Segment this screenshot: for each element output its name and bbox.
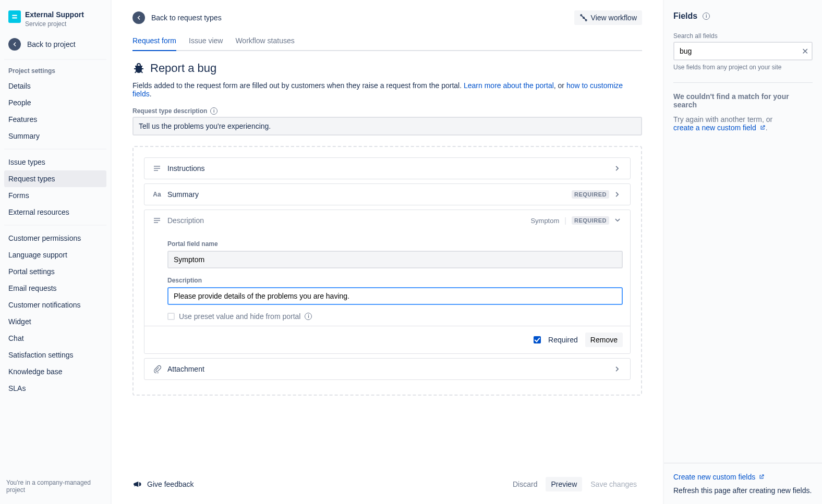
attachment-title: Attachment (167, 365, 609, 373)
sidebar-item-portal-settings[interactable]: Portal settings (4, 263, 106, 280)
back-arrow-icon (132, 11, 145, 24)
create-custom-field-link[interactable]: create a new custom field (673, 124, 766, 132)
sidebar-item-customer-notifications[interactable]: Customer notifications (4, 297, 106, 313)
field-card-attachment[interactable]: Attachment (144, 358, 631, 380)
description-input[interactable] (167, 287, 623, 305)
tab-issue-view[interactable]: Issue view (189, 36, 223, 51)
chevron-right-icon (612, 364, 623, 374)
sidebar-item-details[interactable]: Details (4, 78, 106, 94)
svg-rect-6 (154, 220, 160, 220)
field-card-summary[interactable]: Aa Summary REQUIRED (144, 183, 631, 205)
sidebar-item-issue-types[interactable]: Issue types (4, 154, 106, 170)
main-content: Back to request types View workflow Requ… (112, 0, 663, 504)
help-text-prefix: Fields added to the request form are fil… (132, 81, 464, 90)
info-icon[interactable]: i (305, 313, 312, 320)
external-link-icon (759, 125, 766, 131)
try-again-text: Try again with another term, or create a… (673, 115, 813, 132)
preview-button[interactable]: Preview (546, 477, 582, 491)
required-badge: REQUIRED (572, 216, 609, 225)
sidebar-item-customer-permissions[interactable]: Customer permissions (4, 230, 106, 247)
help-text-mid: , or (554, 81, 566, 90)
save-changes-button[interactable]: Save changes (585, 477, 642, 491)
create-new-custom-fields-link[interactable]: Create new custom fields (673, 473, 765, 481)
tab-workflow-statuses[interactable]: Workflow statuses (235, 36, 294, 51)
no-match-message: We couldn't find a match for your search (673, 92, 813, 109)
request-type-desc-label: Request type description i (132, 107, 642, 115)
summary-title: Summary (167, 190, 572, 199)
sidebar-item-knowledge-base[interactable]: Knowledge base (4, 363, 106, 380)
sidebar-item-forms[interactable]: Forms (4, 187, 106, 204)
sidebar-item-people[interactable]: People (4, 94, 106, 111)
search-fields-label: Search all fields (673, 32, 813, 40)
discard-button[interactable]: Discard (507, 477, 542, 491)
sidebar-footer-note: You're in a company-managed project (0, 476, 111, 504)
symptom-meta: Symptom (530, 217, 559, 225)
sidebar-item-email-requests[interactable]: Email requests (4, 280, 106, 297)
search-fields-input[interactable] (673, 42, 813, 60)
sidebar-divider (4, 149, 106, 150)
sidebar-item-slas[interactable]: SLAs (4, 380, 106, 397)
project-title: External Support (25, 10, 84, 19)
megaphone-icon (132, 480, 142, 489)
help-text: Fields added to the request form are fil… (132, 81, 642, 98)
clear-search-icon[interactable]: ✕ (802, 42, 808, 60)
try-again-end: . (766, 124, 768, 132)
try-again-prefix: Try again with another term, or (673, 115, 772, 124)
project-settings-heading: Project settings (4, 64, 106, 78)
back-to-request-types-link[interactable]: Back to request types (132, 11, 222, 24)
view-workflow-button[interactable]: View workflow (574, 10, 642, 25)
svg-rect-2 (154, 166, 160, 166)
hide-from-portal-label: Use preset value and hide from portal (179, 312, 300, 321)
sidebar-item-external-resources[interactable]: External resources (4, 204, 106, 220)
sidebar-item-satisfaction-settings[interactable]: Satisfaction settings (4, 347, 106, 363)
workflow-icon (579, 14, 588, 22)
project-settings-sidebar: External Support Service project Back to… (0, 0, 112, 504)
svg-rect-7 (154, 222, 158, 223)
help-text-end: . (150, 90, 152, 98)
back-arrow-icon (8, 38, 21, 51)
description-input-label: Description (167, 277, 623, 284)
create-custom-field-label: create a new custom field (673, 124, 756, 132)
hide-from-portal-checkbox[interactable] (167, 313, 175, 320)
info-icon[interactable]: i (703, 13, 710, 20)
learn-portal-link[interactable]: Learn more about the portal (464, 81, 554, 90)
instructions-title: Instructions (167, 164, 609, 173)
portal-field-name-input[interactable] (167, 251, 623, 268)
sidebar-item-widget[interactable]: Widget (4, 313, 106, 330)
field-card-instructions[interactable]: Instructions (144, 157, 631, 179)
sidebar-divider (4, 59, 106, 60)
sidebar-item-summary[interactable]: Summary (4, 128, 106, 144)
required-badge: REQUIRED (572, 190, 609, 199)
page-title: Report a bug (150, 62, 216, 75)
svg-rect-3 (154, 168, 160, 168)
sidebar-item-features[interactable]: Features (4, 111, 106, 128)
search-hint: Use fields from any project on your site (673, 64, 813, 71)
description-header[interactable]: Description Symptom | REQUIRED (144, 210, 630, 231)
project-header: External Support Service project (4, 8, 106, 34)
back-to-request-types-label: Back to request types (151, 14, 222, 22)
sidebar-item-language-support[interactable]: Language support (4, 247, 106, 263)
give-feedback-button[interactable]: Give feedback (132, 480, 194, 489)
sidebar-divider (4, 225, 106, 226)
info-icon[interactable]: i (210, 107, 217, 115)
svg-rect-1 (12, 17, 17, 18)
fields-panel-title: Fields (673, 11, 697, 21)
paragraph-icon (152, 164, 162, 173)
attachment-icon (152, 365, 162, 373)
chevron-right-icon (612, 163, 623, 174)
field-card-description: Description Symptom | REQUIRED Portal fi… (144, 210, 631, 354)
request-type-desc-input[interactable] (132, 117, 642, 136)
sidebar-item-request-types[interactable]: Request types (4, 170, 106, 187)
chevron-right-icon (612, 189, 623, 200)
form-fields-dropzone: Instructions Aa Summary REQUIRED (132, 146, 642, 396)
refresh-hint: Refresh this page after creating new fie… (673, 486, 813, 495)
tab-request-form[interactable]: Request form (132, 36, 176, 51)
project-avatar (8, 10, 21, 23)
required-checkbox[interactable] (534, 336, 541, 343)
back-to-project-link[interactable]: Back to project (4, 34, 106, 55)
give-feedback-label: Give feedback (147, 480, 194, 488)
remove-field-button[interactable]: Remove (585, 333, 623, 347)
description-title: Description (167, 216, 530, 225)
back-to-project-label: Back to project (27, 40, 76, 48)
sidebar-item-chat[interactable]: Chat (4, 330, 106, 347)
